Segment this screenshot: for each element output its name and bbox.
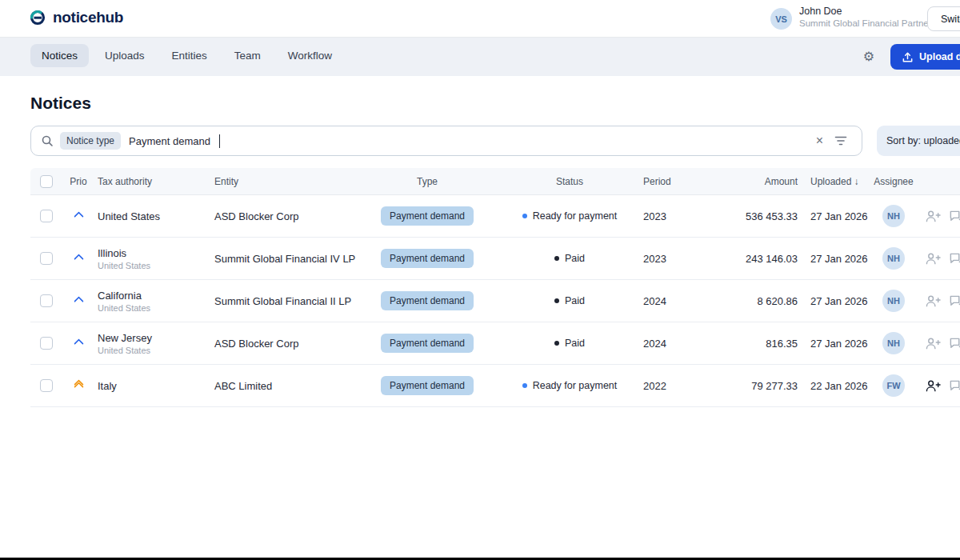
- status-dot: [522, 383, 527, 388]
- amount-value: 8 620.86: [704, 295, 798, 307]
- header-entity[interactable]: Entity: [214, 176, 358, 187]
- assignee-avatar[interactable]: NH: [882, 332, 905, 354]
- type-badge: Payment demand: [381, 249, 474, 268]
- header-type[interactable]: Type: [358, 176, 496, 187]
- period-value: 2024: [643, 338, 704, 350]
- entity-name: Summit Global Financial IV LP: [214, 253, 358, 265]
- priority-icon: [75, 255, 82, 262]
- header-period[interactable]: Period: [643, 176, 704, 187]
- comments-icon[interactable]: [949, 379, 960, 392]
- comments-icon[interactable]: [949, 210, 960, 222]
- comments-icon[interactable]: [949, 294, 960, 307]
- assignee-avatar[interactable]: NH: [882, 290, 905, 312]
- header-amount[interactable]: Amount: [704, 176, 798, 187]
- assign-user-icon[interactable]: [926, 379, 941, 392]
- status-label: Paid: [565, 253, 585, 264]
- tab-entities[interactable]: Entities: [161, 44, 218, 67]
- user-name: John Doe: [799, 6, 936, 17]
- page-title: Notices: [30, 94, 91, 113]
- sort-label: Sort by: uploaded: [886, 135, 960, 146]
- user-organization: Summit Global Financial Partners: [799, 18, 936, 28]
- row-checkbox[interactable]: [40, 379, 53, 392]
- table-row[interactable]: Illinois United States Summit Global Fin…: [30, 238, 960, 280]
- table-row[interactable]: United States ASD Blocker Corp Payment d…: [30, 195, 960, 238]
- comments-icon[interactable]: [949, 252, 960, 265]
- tax-authority: California: [98, 290, 214, 302]
- table-header-row: Prio Tax authority Entity Type Status Pe…: [30, 168, 960, 195]
- assignee-avatar[interactable]: FW: [882, 374, 905, 397]
- tax-authority: Illinois: [98, 247, 214, 259]
- assignee-avatar[interactable]: NH: [882, 247, 905, 270]
- row-checkbox[interactable]: [40, 294, 53, 307]
- tab-team[interactable]: Team: [223, 44, 272, 67]
- tab-notices[interactable]: Notices: [30, 44, 89, 67]
- tab-workflow[interactable]: Workflow: [277, 44, 343, 67]
- type-badge: Payment demand: [381, 206, 474, 226]
- priority-icon: [75, 381, 82, 390]
- assign-user-icon[interactable]: [926, 294, 941, 307]
- table-row[interactable]: Italy ABC Limited Payment demand Ready f…: [30, 365, 960, 407]
- app-window: noticehub VS John Doe Summit Global Fina…: [0, 0, 960, 560]
- comments-icon[interactable]: [949, 337, 960, 350]
- row-checkbox[interactable]: [40, 337, 53, 350]
- search-icon: [41, 134, 54, 147]
- type-badge: Payment demand: [381, 376, 474, 395]
- upload-document-button[interactable]: Upload documents: [890, 44, 960, 70]
- clear-search-icon[interactable]: ×: [810, 134, 830, 148]
- tax-authority: New Jersey: [98, 332, 214, 344]
- uploaded-date: 27 Jan 2026: [798, 295, 868, 307]
- tax-authority: United States: [98, 210, 214, 222]
- period-value: 2023: [643, 253, 704, 265]
- status-dot: [554, 341, 559, 346]
- row-checkbox[interactable]: [40, 210, 53, 222]
- header-uploaded[interactable]: Uploaded ↓: [798, 176, 868, 187]
- tax-authority-country: United States: [98, 346, 214, 355]
- assign-user-icon[interactable]: [926, 337, 941, 350]
- search-bar[interactable]: Notice type Payment demand ×: [30, 126, 862, 156]
- amount-value: 536 453.33: [704, 210, 798, 222]
- settings-icon[interactable]: ⚙: [858, 45, 880, 67]
- nav-tabs: NoticesUploadsEntitiesTeamWorkflow: [30, 44, 343, 67]
- tab-uploads[interactable]: Uploads: [94, 44, 156, 67]
- user-avatar: VS: [770, 8, 792, 30]
- filter-icon[interactable]: [830, 135, 852, 146]
- search-filter-chip[interactable]: Notice type: [60, 132, 121, 150]
- switch-button[interactable]: Switch: [927, 6, 960, 31]
- tax-authority-country: United States: [98, 261, 214, 270]
- upload-button-label: Upload documents: [919, 51, 960, 62]
- tax-authority-country: United States: [98, 303, 214, 313]
- type-badge: Payment demand: [381, 334, 474, 353]
- assign-user-icon[interactable]: [926, 210, 941, 222]
- entity-name: ASD Blocker Corp: [214, 338, 358, 350]
- table-row[interactable]: New Jersey United States ASD Blocker Cor…: [30, 322, 960, 365]
- text-caret: [219, 134, 221, 148]
- user-block[interactable]: VS John Doe Summit Global Financial Part…: [770, 6, 936, 30]
- sort-dropdown[interactable]: Sort by: uploaded: [877, 126, 960, 156]
- tax-authority: Italy: [98, 380, 214, 392]
- nav-bar: NoticesUploadsEntitiesTeamWorkflow ⚙ Upl…: [0, 38, 960, 76]
- entity-name: ABC Limited: [214, 380, 358, 392]
- amount-value: 79 277.33: [704, 380, 798, 392]
- status-dot: [554, 298, 559, 303]
- period-value: 2022: [643, 380, 704, 392]
- amount-value: 816.35: [704, 338, 798, 350]
- header-assignee[interactable]: Assignee: [868, 176, 919, 187]
- status-dot: [522, 214, 527, 218]
- header-uploaded-label: Uploaded: [810, 176, 851, 187]
- header-status[interactable]: Status: [496, 176, 643, 187]
- uploaded-date: 27 Jan 2026: [798, 210, 868, 222]
- main-content: Notices Notice type Payment demand × Sor…: [0, 76, 960, 560]
- select-all-checkbox[interactable]: [40, 175, 53, 188]
- header-tax-authority[interactable]: Tax authority: [98, 176, 214, 187]
- assignee-avatar[interactable]: NH: [882, 205, 905, 227]
- assign-user-icon[interactable]: [926, 252, 941, 265]
- uploaded-date: 27 Jan 2026: [798, 253, 868, 265]
- status-dot: [554, 256, 559, 261]
- logo[interactable]: noticehub: [29, 9, 123, 26]
- table-row[interactable]: California United States Summit Global F…: [30, 280, 960, 322]
- priority-icon: [75, 213, 82, 220]
- period-value: 2023: [643, 210, 704, 222]
- search-input-value[interactable]: Payment demand: [129, 135, 210, 147]
- header-prio[interactable]: Prio: [59, 176, 98, 187]
- row-checkbox[interactable]: [40, 252, 53, 265]
